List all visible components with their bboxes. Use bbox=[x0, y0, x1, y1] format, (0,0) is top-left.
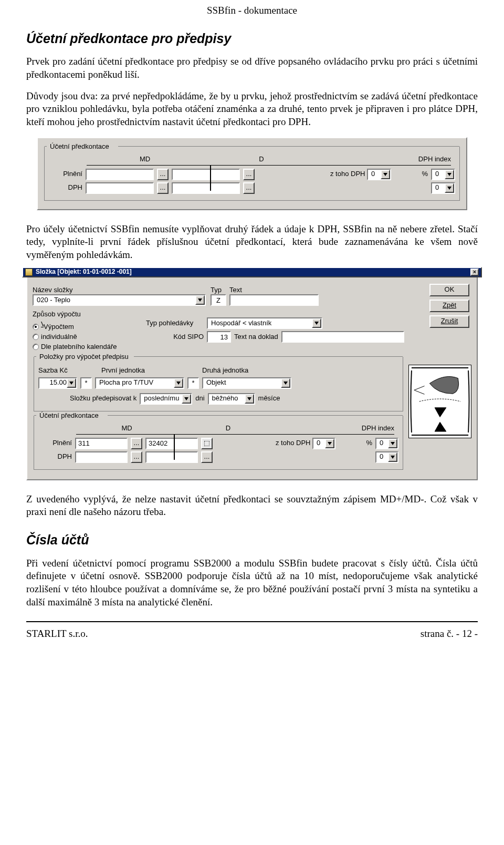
typ-input[interactable] bbox=[211, 294, 226, 306]
radio-kalendar[interactable]: Dle platebního kalendáře bbox=[33, 343, 143, 352]
dph-index-select[interactable]: 0 bbox=[375, 438, 398, 449]
predkontace-panel-1: Účetní předkontace MD D DPH index Plnění… bbox=[37, 137, 467, 210]
text-na-doklad-input[interactable] bbox=[281, 331, 404, 343]
label-druha-jednotka: Druhá jednotka bbox=[202, 366, 248, 375]
dph-index-select-2[interactable]: 0 bbox=[375, 451, 398, 463]
col-header-d: D bbox=[203, 155, 320, 164]
dph-index-select-2[interactable]: 0 bbox=[431, 182, 455, 194]
dph-d-input[interactable] bbox=[172, 182, 240, 194]
label-plneni: Plnění bbox=[38, 439, 72, 448]
footer-rule bbox=[26, 621, 478, 622]
prvni-jednotka-select[interactable]: Plocha pro T/TUV bbox=[95, 377, 184, 389]
dph-d-input[interactable] bbox=[145, 451, 198, 463]
footer-left: STARLIT s.r.o. bbox=[26, 627, 88, 641]
nazev-slozky-select[interactable]: 020 - Teplo bbox=[33, 294, 206, 306]
col-header-md: MD bbox=[76, 424, 177, 433]
section-title-2: Čísla účtů bbox=[26, 531, 478, 549]
chevron-down-icon[interactable] bbox=[445, 170, 454, 179]
dph-md-input[interactable] bbox=[86, 182, 154, 194]
lookup-button[interactable]: ... bbox=[201, 451, 213, 463]
chevron-down-icon[interactable] bbox=[381, 170, 390, 179]
back-button[interactable]: Zpět bbox=[429, 300, 469, 312]
footer-right: strana č. - 12 - bbox=[421, 627, 478, 641]
radio-vypoctem[interactable]: VVýpočtem bbox=[33, 320, 143, 332]
label-ztoho-dph: z toho DPH bbox=[276, 439, 309, 448]
lookup-button[interactable]: ... bbox=[243, 182, 255, 194]
percent-label: % bbox=[339, 439, 372, 448]
predepisovat-select[interactable]: poslednímu bbox=[140, 393, 192, 405]
label-prvni-jednotka: První jednotka bbox=[101, 366, 180, 375]
label-typ-pohledavky: Typ pohledávky bbox=[146, 319, 204, 328]
typ-pohledavky-select[interactable]: Hospodář < vlastník bbox=[207, 317, 322, 329]
fieldset-pk-legend: Účetní předkontace bbox=[37, 411, 101, 420]
kod-sipo-input[interactable] bbox=[207, 331, 231, 343]
text-input[interactable] bbox=[229, 294, 319, 306]
chevron-down-icon[interactable] bbox=[182, 394, 191, 404]
section-title-1: Účetní předkontace pro předpisy bbox=[26, 30, 478, 47]
chevron-down-icon[interactable] bbox=[312, 318, 321, 328]
bezneho-select[interactable]: běžného bbox=[208, 393, 255, 405]
chevron-down-icon[interactable] bbox=[245, 394, 254, 404]
slozka-window: Složka [Objekt: 01-01-0012 -001] × Název… bbox=[26, 270, 478, 480]
lookup-button[interactable]: ... bbox=[157, 182, 169, 194]
lookup-button[interactable]: ... bbox=[243, 169, 255, 180]
fieldset-legend: Účetní předkontace bbox=[48, 142, 111, 151]
paragraph-3: Pro účely účetnictví SSBfin nemusíte vyp… bbox=[26, 223, 478, 262]
col-header-md: MD bbox=[87, 155, 203, 164]
percent-label: % bbox=[394, 170, 428, 179]
window-title: Složka [Objekt: 01-01-0012 -001] bbox=[36, 268, 132, 276]
col-header-d: D bbox=[177, 424, 279, 433]
dph-md-input[interactable] bbox=[75, 451, 128, 463]
plneni-d-input[interactable] bbox=[172, 169, 240, 180]
lookup-button[interactable]: ... bbox=[157, 169, 169, 180]
fieldset-polozky-legend: Položky pro výpočet předpisu bbox=[37, 353, 131, 362]
paragraph-4: Z uvedeného vyplývá, že nelze nastavit ú… bbox=[26, 493, 478, 519]
chevron-down-icon[interactable] bbox=[388, 452, 397, 462]
plneni-md-input[interactable] bbox=[75, 438, 128, 449]
illustration bbox=[408, 365, 471, 438]
plneni-d-input[interactable] bbox=[145, 438, 198, 449]
label-dni: dni bbox=[195, 394, 204, 403]
label-sazba: Sazba Kč bbox=[38, 366, 80, 375]
radio-individualne[interactable]: individuálně bbox=[33, 333, 143, 342]
paragraph-1: Prvek pro zadání účetní předkontace pro … bbox=[26, 55, 478, 81]
label-typ: Typ bbox=[211, 286, 226, 295]
label-plneni: Plnění bbox=[49, 170, 82, 179]
chevron-down-icon[interactable] bbox=[281, 378, 290, 388]
label-text-na-doklad: Text na doklad bbox=[234, 333, 278, 342]
close-icon[interactable]: × bbox=[470, 269, 479, 276]
chevron-down-icon[interactable] bbox=[445, 183, 454, 193]
paragraph-2: Důvody jsou dva: za prvé nepředpokládáme… bbox=[26, 90, 478, 129]
druha-jednotka-select[interactable]: Objekt bbox=[202, 377, 291, 389]
plneni-md-input[interactable] bbox=[86, 169, 154, 180]
dph-percent-select[interactable]: 0 bbox=[367, 169, 391, 180]
chevron-down-icon[interactable] bbox=[195, 295, 205, 305]
folder-icon bbox=[25, 269, 33, 276]
doc-header: SSBfin - dokumentace bbox=[26, 4, 478, 17]
ok-button[interactable]: OK bbox=[429, 284, 469, 296]
lookup-button[interactable]: ... bbox=[131, 438, 142, 449]
label-ztoho-dph: z toho DPH bbox=[330, 170, 364, 179]
lookup-button[interactable]: ... bbox=[131, 451, 142, 463]
chevron-down-icon[interactable] bbox=[325, 439, 334, 448]
dph-percent-select[interactable]: 0 bbox=[312, 438, 335, 449]
col-header-dph-index: DPH index bbox=[279, 424, 394, 433]
lookup-button[interactable] bbox=[201, 438, 213, 449]
label-predepisovat: Složku předepisovat k bbox=[70, 394, 136, 403]
op1-input[interactable] bbox=[80, 377, 92, 389]
cancel-button[interactable]: Zrušit bbox=[429, 315, 469, 328]
label-dph: DPH bbox=[49, 183, 82, 192]
label-text: Text bbox=[229, 286, 404, 295]
paragraph-5: Při vedení účetnictví pomocí programu SS… bbox=[26, 557, 478, 609]
chevron-down-icon[interactable] bbox=[388, 439, 397, 448]
dph-index-select[interactable]: 0 bbox=[431, 169, 455, 180]
sazba-select[interactable]: 15.00 bbox=[38, 377, 77, 389]
label-nazev-slozky: Název složky bbox=[33, 286, 207, 295]
col-header-dph-index: DPH index bbox=[320, 155, 451, 164]
label-kod-sipo: Kód SIPO bbox=[146, 333, 204, 342]
chevron-down-icon[interactable] bbox=[67, 378, 76, 388]
op2-input[interactable] bbox=[187, 377, 199, 389]
label-dph: DPH bbox=[38, 452, 72, 461]
label-zpusob: Způsob výpočtu bbox=[33, 310, 143, 319]
chevron-down-icon[interactable] bbox=[174, 378, 183, 388]
